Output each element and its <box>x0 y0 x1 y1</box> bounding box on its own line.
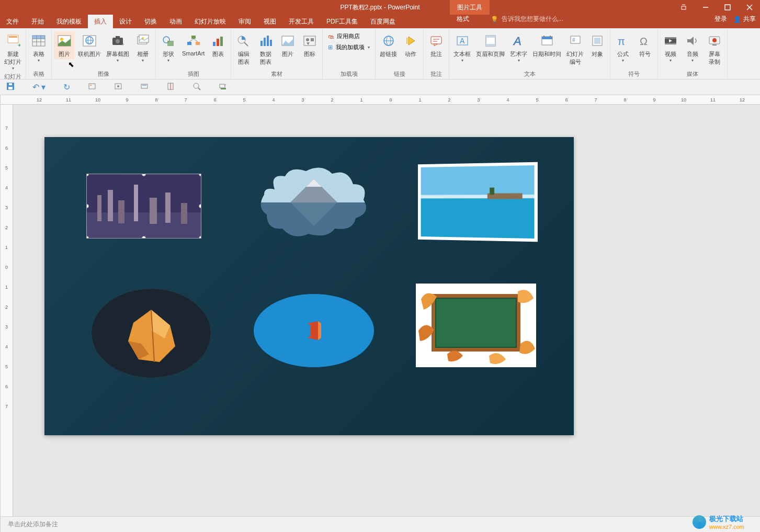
image-material-button[interactable]: 图片 <box>277 31 298 59</box>
tab-design[interactable]: 设计 <box>113 15 138 28</box>
my-addins-button[interactable]: ⊞ 我的加载项 ▾ <box>328 43 370 51</box>
tab-animations[interactable]: 动画 <box>163 15 188 28</box>
qat-btn-8[interactable] <box>191 81 202 94</box>
resize-handle-sw[interactable] <box>86 236 89 239</box>
slide-number-button[interactable]: # 幻灯片 编号 <box>564 31 586 67</box>
resize-handle-se[interactable] <box>199 236 201 239</box>
chevron-down-icon: ▾ <box>167 58 169 63</box>
save-button[interactable] <box>5 81 16 94</box>
chevron-down-icon: ▾ <box>622 58 624 63</box>
image-city-selected[interactable]: ↻ <box>86 174 201 239</box>
resize-handle-ne[interactable] <box>199 174 201 176</box>
textbox-button[interactable]: A 文本框 ▾ <box>451 31 473 64</box>
data-chart-button[interactable]: 数据 图表 <box>255 31 276 67</box>
tab-insert[interactable]: 插入 <box>88 15 113 28</box>
tab-baidu-netdisk[interactable]: 百度网盘 <box>364 15 402 28</box>
ribbon-display-options-button[interactable] <box>673 0 694 15</box>
notes-placeholder: 单击此处添加备注 <box>8 520 58 528</box>
app-store-button[interactable]: 🛍 应用商店 <box>328 32 360 40</box>
svg-rect-23 <box>116 36 120 38</box>
album-button[interactable]: 相册 ▾ <box>132 31 153 64</box>
tab-slideshow[interactable]: 幻灯片放映 <box>188 15 232 28</box>
svg-rect-31 <box>187 42 191 45</box>
qat-btn-4[interactable] <box>87 81 97 94</box>
screen-recording-button[interactable]: 屏幕 录制 <box>704 31 725 67</box>
video-button[interactable]: 视频 ▾ <box>660 31 681 64</box>
svg-rect-3 <box>725 5 730 10</box>
redo-button[interactable]: ↻ <box>62 81 71 93</box>
tab-format[interactable]: 格式 <box>450 15 476 24</box>
login-link[interactable]: 登录 <box>714 15 727 24</box>
vertical-ruler: 765432101234567 <box>1 105 13 516</box>
image-material-icon <box>279 32 296 49</box>
svg-rect-36 <box>217 39 219 46</box>
screenshot-button[interactable]: + 屏幕截图 ▾ <box>104 31 131 64</box>
textbox-icon: A <box>454 32 471 49</box>
resize-handle-e[interactable] <box>199 204 201 208</box>
object-button[interactable]: 对象 <box>587 31 608 59</box>
image-office-logo[interactable] <box>254 294 374 367</box>
date-time-button[interactable]: 日期和时间 <box>530 31 563 59</box>
symbol-button[interactable]: Ω 符号 <box>634 31 655 59</box>
chart-button[interactable]: 图表 <box>208 31 229 59</box>
svg-text:π: π <box>618 36 625 47</box>
watermark-logo-icon <box>693 515 706 529</box>
table-button[interactable]: 表格 ▾ <box>28 31 49 64</box>
qat-btn-9[interactable]: ✓ <box>218 81 228 94</box>
tab-transitions[interactable]: 切换 <box>138 15 163 28</box>
comment-button[interactable]: 批注 <box>426 31 447 59</box>
wordart-button[interactable]: A 艺术字 ▾ <box>508 31 529 64</box>
addins-icon: ⊞ <box>328 44 333 51</box>
qat-btn-6[interactable] <box>139 81 150 94</box>
tellme-search[interactable]: 💡 告诉我您想要做什么... <box>486 15 568 24</box>
maximize-button[interactable] <box>717 0 738 15</box>
slide-viewport[interactable]: ↻ <box>13 105 760 516</box>
svg-line-33 <box>189 39 194 42</box>
screenshot-icon: + <box>109 32 126 49</box>
resize-handle-s[interactable] <box>142 236 146 239</box>
qat-btn-7[interactable] <box>165 81 176 94</box>
tab-developer[interactable]: 开发工具 <box>282 15 320 28</box>
slide-canvas[interactable]: ↻ <box>44 137 574 435</box>
smartart-button[interactable]: SmartArt <box>180 31 207 58</box>
date-time-icon <box>539 32 555 49</box>
image-mountain-cloud[interactable] <box>254 163 374 242</box>
picture-button[interactable]: 图片 <box>54 31 75 59</box>
shapes-button[interactable]: 形状 ▾ <box>158 31 179 64</box>
image-beach[interactable] <box>418 162 538 242</box>
edit-chart-button[interactable]: 编辑 图表 <box>233 31 254 67</box>
svg-rect-17 <box>83 36 96 46</box>
undo-button[interactable]: ↶ ▾ <box>31 81 47 93</box>
icon-material-button[interactable]: 图标 <box>299 31 320 59</box>
hyperlink-button[interactable]: 超链接 <box>378 31 399 59</box>
svg-line-39 <box>244 42 248 46</box>
image-leaf[interactable] <box>92 289 211 378</box>
data-chart-icon <box>257 32 274 49</box>
minimize-button[interactable] <box>695 0 716 15</box>
watermark-url: www.xz7.com <box>709 524 744 530</box>
svg-rect-30 <box>191 36 196 39</box>
svg-rect-104 <box>134 185 138 221</box>
tab-home[interactable]: 开始 <box>25 15 50 28</box>
audio-button[interactable]: 音频 ▾ <box>682 31 703 64</box>
tab-my-templates[interactable]: 我的模板 <box>50 15 88 28</box>
shapes-icon <box>160 32 177 49</box>
svg-rect-86 <box>89 84 95 89</box>
action-button[interactable]: 动作 <box>400 31 421 59</box>
close-button[interactable] <box>739 0 760 15</box>
chevron-down-icon: ▾ <box>691 58 694 63</box>
notes-pane[interactable]: 单击此处添加备注 <box>1 516 760 532</box>
equation-button[interactable]: π 公式 ▾ <box>612 31 633 64</box>
tab-file[interactable]: 文件 <box>0 15 25 28</box>
header-footer-icon <box>482 32 499 49</box>
image-chalkboard[interactable] <box>416 284 536 367</box>
new-slide-button[interactable]: ✦ 新建 幻灯片 ▾ <box>2 31 24 72</box>
tab-pdf-tools[interactable]: PDF工具集 <box>320 15 364 28</box>
svg-marker-54 <box>406 38 407 44</box>
tab-view[interactable]: 视图 <box>257 15 282 28</box>
qat-btn-5[interactable] <box>113 81 123 94</box>
online-pictures-button[interactable]: 联机图片 <box>76 31 103 59</box>
header-footer-button[interactable]: 页眉和页脚 <box>474 31 507 59</box>
tab-review[interactable]: 审阅 <box>232 15 257 28</box>
share-button[interactable]: 👤共享 <box>733 15 756 24</box>
